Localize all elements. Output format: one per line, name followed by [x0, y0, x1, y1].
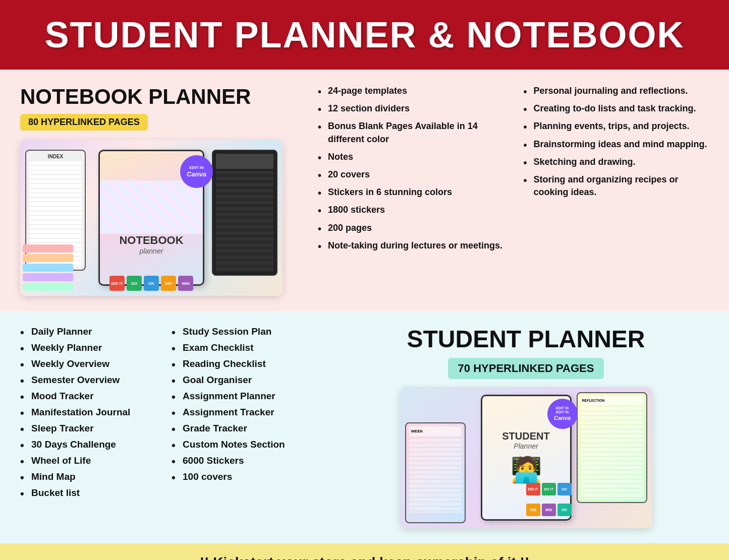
planner-left-list: Daily Planner Weekly Planner Weekly Over…: [20, 326, 172, 528]
feature-item: Bonus Blank Pages Available in 14 differ…: [318, 120, 503, 145]
planner-item: 100 covers: [172, 471, 333, 482]
canva-brand: Canva: [187, 170, 206, 178]
color-strips: [23, 244, 73, 291]
student-icon: 🧑‍💻: [511, 455, 542, 484]
sticker-2: GO: [127, 276, 142, 291]
notebook-left-panel: NOTEBOOK PLANNER 80 HYPERLINKED PAGES IN…: [20, 85, 303, 296]
feature-item: Brainstorming ideas and mind mapping.: [524, 138, 709, 151]
feature-item: 20 covers: [318, 168, 503, 181]
feature-item: 1800 stickers: [318, 204, 503, 216]
planner-item: Study Session Plan: [172, 326, 333, 337]
planner-item: Weekly Planner: [20, 342, 161, 353]
planner-item: Custom Notes Section: [172, 439, 333, 450]
feature-item: Stickers in 6 stunning colors: [318, 186, 503, 199]
page-title: STUDENT PLANNER & NOTEBOOK: [20, 14, 709, 55]
planner-item: Assignment Planner: [172, 391, 333, 402]
planner-item: Semester Overview: [20, 375, 161, 386]
sp-right-device-inner: REFLECTION: [578, 393, 646, 502]
sticker-4: YAY: [161, 276, 176, 291]
feature-item: Notes: [318, 151, 503, 163]
feature-item: Sketching and drawing.: [524, 156, 709, 168]
mockup-sunburst: [100, 180, 203, 234]
canva-edit-in: EDIT IN: [189, 165, 203, 170]
sp-sticker-2: DO IT: [542, 483, 556, 495]
planner-item: Manifestation Journal: [20, 407, 161, 418]
dark-tablet: [212, 150, 277, 276]
feature-item: 24-page templates: [318, 85, 503, 97]
planner-right-panel: STUDENT PLANNER 70 HYPERLINKED PAGES WEE…: [343, 326, 709, 528]
planner-item: Sleep Tracker: [20, 423, 161, 434]
feature-item: 12 section dividers: [318, 102, 503, 115]
notebook-title: NOTEBOOK PLANNER: [20, 85, 303, 109]
sticker-5: WIN: [178, 276, 193, 291]
sp-sticker-3: GO: [557, 483, 572, 495]
planner-middle-list: Study Session Plan Exam Checklist Readin…: [172, 326, 343, 528]
color-strip-1: [23, 244, 73, 253]
planner-item: Goal Organiser: [172, 375, 333, 386]
color-strip-5: [23, 283, 73, 291]
sp-sticker-5: WIN: [542, 504, 556, 516]
sp-sticker-4: YES: [526, 504, 540, 516]
features-list-2: Personal journaling and reflections. Cre…: [524, 85, 709, 199]
sp-week-label: WEEK: [409, 426, 462, 437]
notebook-mockup: INDEX EDIT IN Canva NOTEBOOK: [20, 140, 283, 296]
planner-item: Mind Map: [20, 471, 161, 482]
planner-item: Wheel of Life: [20, 455, 161, 466]
canva-badge: EDIT IN Canva: [180, 155, 213, 188]
student-planner-mockup: WEEK EDIT IN EDIT IN Canva STUDENT Plann…: [400, 387, 652, 528]
sp-content-lines: [409, 439, 462, 513]
notebook-section: NOTEBOOK PLANNER 80 HYPERLINKED PAGES IN…: [0, 70, 729, 311]
planner-item: Reading Checklist: [172, 358, 333, 369]
planner-item: Weekly Overview: [20, 358, 161, 369]
mockup-title: NOTEBOOK: [119, 234, 183, 247]
sp-sticker-6: OK: [557, 504, 572, 516]
planner-item: 30 Days Challenge: [20, 439, 161, 450]
center-device: EDIT IN Canva NOTEBOOK planner: [98, 150, 204, 286]
planner-item: Mood Tracker: [20, 391, 161, 402]
features-list-1: 24-page templates 12 section dividers Bo…: [318, 85, 503, 252]
planner-item: Exam Checklist: [172, 342, 333, 353]
sp-edit-in2: EDIT IN: [556, 410, 569, 414]
sticker-1: DID IT: [109, 276, 125, 291]
sp-canva-brand: Canva: [554, 415, 571, 421]
planner-item: Daily Planner: [20, 326, 161, 337]
sticker-strip: DID IT GO OK YAY WIN: [109, 276, 193, 291]
features-col-1: 24-page templates 12 section dividers Bo…: [318, 85, 503, 257]
tablet-header-bar: [216, 154, 273, 169]
features-grid: 24-page templates 12 section dividers Bo…: [318, 85, 709, 257]
sp-center-subtitle: Planner: [514, 442, 538, 450]
sp-right-device: REFLECTION: [577, 392, 647, 503]
planner-badge: 70 HYPERLINKED PAGES: [448, 358, 604, 379]
features-col-2: Personal journaling and reflections. Cre…: [524, 85, 709, 257]
color-strip-4: [23, 273, 73, 281]
planner-item: Grade Tracker: [172, 423, 333, 434]
footer-text: !! Kickstart your store and keep ownersh…: [11, 554, 718, 560]
reflection-label: REFLECTION: [581, 396, 643, 405]
feature-item: 200 pages: [318, 222, 503, 234]
planner-section: Daily Planner Weekly Planner Weekly Over…: [0, 311, 729, 543]
sp-left-device: WEEK: [405, 422, 466, 523]
planner-item: Bucket list: [20, 487, 161, 499]
sp-left-device-inner: WEEK: [406, 423, 465, 522]
footer: !! Kickstart your store and keep ownersh…: [0, 543, 729, 560]
sp-center-title: STUDENT: [502, 430, 549, 442]
tablet-content-lines: [216, 171, 273, 272]
right-tablet-device: [212, 150, 277, 276]
notebook-badge: 80 HYPERLINKED PAGES: [20, 114, 148, 131]
planner-item: Assignment Tracker: [172, 407, 333, 418]
planner-item: 6000 Stickers: [172, 455, 333, 466]
sp-stickers-grid: DID IT DO IT GO YES WIN OK: [526, 483, 572, 523]
page-header: STUDENT PLANNER & NOTEBOOK: [0, 0, 729, 70]
index-text: INDEX: [48, 154, 64, 159]
planner-list-1: Daily Planner Weekly Planner Weekly Over…: [20, 326, 161, 499]
sp-right-lines: [581, 407, 643, 499]
sp-sticker-1: DID IT: [526, 483, 540, 495]
feature-item: Creating to-do lists and task tracking.: [524, 102, 709, 115]
sp-canva-badge: EDIT IN EDIT IN Canva: [547, 399, 578, 429]
feature-item: Storing and organizing recipes or cookin…: [524, 173, 709, 199]
sticker-3: OK: [144, 276, 159, 291]
color-strip-3: [23, 264, 73, 272]
feature-item: Personal journaling and reflections.: [524, 85, 709, 97]
feature-item: Planning events, trips, and projects.: [524, 120, 709, 133]
feature-item: Note-taking during lectures or meetings.: [318, 239, 503, 252]
